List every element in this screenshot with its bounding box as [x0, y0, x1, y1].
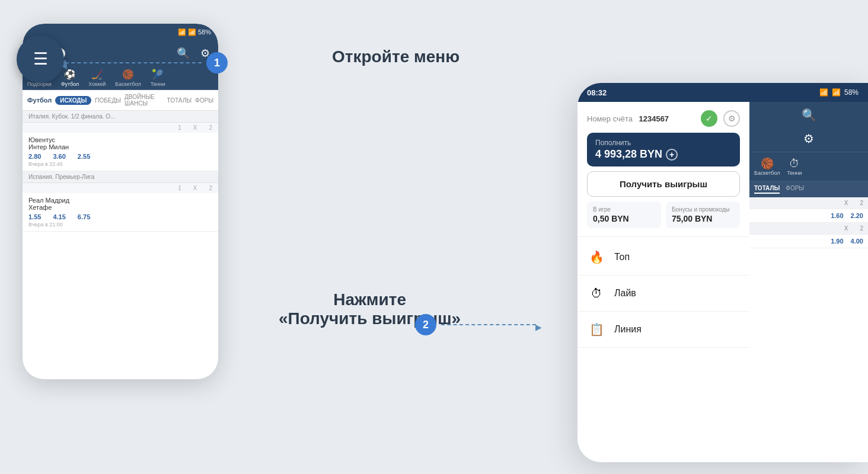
right-match-row-2: 1.90 4.00 [749, 235, 868, 248]
match-odds-header-2: 1 X 2 [23, 183, 218, 193]
arrow-2: ▶ [441, 324, 536, 325]
bonuses-stat: Бонусы и промокоды 75,00 BYN [666, 201, 740, 228]
sub-tab-totals[interactable]: ТОТАЛЫ [167, 97, 192, 104]
step1-label: Откройте меню [332, 47, 459, 66]
top-up-button[interactable]: Пополнить 4 993,28 BYN + [587, 133, 740, 166]
search-icon-2[interactable]: 🔍 [802, 108, 816, 122]
battery-1: 58% [198, 28, 211, 36]
arrow-1: ◀ [65, 62, 202, 63]
phone2-wrapper: 08:32 📶 📶 58% Номер счёта 1234567 [577, 83, 868, 462]
wifi-icon-2: 📶 [819, 88, 828, 97]
sub-tab-active[interactable]: ИСХОДЫ [55, 96, 91, 105]
match-odds-header: 1 X 2 [23, 123, 218, 133]
mini-stats: В игре 0,50 BYN Бонусы и промокоды 75,00… [587, 201, 740, 228]
plus-icon: + [666, 149, 678, 161]
left-menu-panel: Номер счёта 1234567 ✓ ⚙ Пополнить 4 993,… [577, 102, 749, 462]
right-sub-tabs: ТОТАЛЫ ФОРЫ [749, 181, 868, 197]
matches-list-1: Италия. Кубок. 1/2 финала. О... 1 X 2 Юв… [23, 111, 218, 232]
match-group-header-1: Италия. Кубок. 1/2 финала. О... [23, 111, 218, 123]
live-icon: ⏱ [587, 284, 606, 303]
gear-icon[interactable]: ⚙ [723, 110, 740, 127]
phone2: 08:32 📶 📶 58% Номер счёта 1234567 [577, 83, 868, 462]
menu-burger-button[interactable]: ☰ [17, 36, 64, 83]
fire-icon: 🔥 [587, 248, 606, 267]
match-row-real: Реал Мадрид Хетафе 1.55 4.15 6.75 Вчера … [23, 193, 218, 232]
annotation-step1: ◀ 1 [65, 52, 228, 73]
match-row-juventus: Ювентус Интер Милан 2.80 3.60 2.55 Вчера… [23, 133, 218, 171]
in-game-stat: В игре 0,50 BYN [587, 201, 661, 228]
step-badge-1: 1 [206, 52, 228, 73]
sub-tab-wins[interactable]: ПОБЕДЫ [95, 97, 121, 104]
signal-icon-2: 📶 [832, 88, 841, 97]
wifi-icon-1: 📶 [178, 28, 186, 36]
battery-2: 58% [844, 88, 859, 97]
hamburger-icon: ☰ [33, 51, 48, 68]
account-section: Номер счёта 1234567 ✓ ⚙ Пополнить 4 993,… [577, 102, 749, 237]
sub-tabs-1: Футбол ИСХОДЫ ПОБЕДЫ ДВОЙНЫЕ ШАНСЫ ТОТАЛ… [23, 90, 218, 111]
right-sub-tab-fory[interactable]: ФОРЫ [786, 185, 804, 194]
match-group-header-2: Испания. Премьер-Лига [23, 171, 218, 183]
right-match-row-1: 1.60 2.20 [749, 209, 868, 223]
signal-icon-1: 📶 [188, 28, 196, 36]
line-icon: 📋 [587, 320, 606, 339]
right-sport-panel: 🔍 ⚙ 🏀 Баскетбол ⏱ Тенни ТОТАЛЫ [749, 102, 868, 462]
right-matches: X 2 1.60 2.20 X 2 [749, 197, 868, 462]
menu-item-top[interactable]: 🔥 Топ [577, 239, 749, 276]
sub-tab-fory[interactable]: ФОРЫ [195, 97, 213, 104]
sub-tab-double[interactable]: ДВОЙНЫЕ ШАНСЫ [125, 94, 163, 107]
arrow-line-1: ◀ [65, 62, 202, 63]
filter-icon-2[interactable]: ⚙ [803, 132, 814, 146]
menu-items-list: 🔥 Топ ⏱ Лайв 📋 Линия [577, 237, 749, 350]
annotation-step2: 2 ▶ [415, 314, 536, 335]
step-badge-2: 2 [415, 314, 436, 335]
right-sub-tab-totals[interactable]: ТОТАЛЫ [754, 185, 780, 194]
get-winnings-button[interactable]: Получить выигрыш [587, 171, 740, 197]
menu-item-live[interactable]: ⏱ Лайв [577, 276, 749, 312]
verified-icon: ✓ [701, 110, 717, 127]
menu-item-line[interactable]: 📋 Линия [577, 312, 749, 348]
right-tab-tennis[interactable]: ⏱ Тенни [787, 158, 802, 176]
status-bar-2: 08:32 📶 📶 58% [577, 83, 868, 102]
status-time-2: 08:32 [587, 88, 607, 97]
status-bar-1: 📶 📶 58% [23, 24, 218, 40]
right-tab-basketball[interactable]: 🏀 Баскетбол [754, 157, 780, 176]
